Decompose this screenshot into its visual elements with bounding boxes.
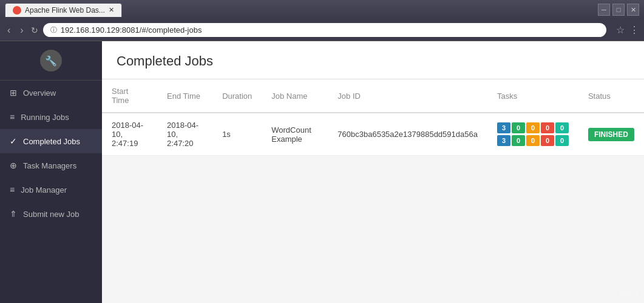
col-header-duration: Duration	[212, 79, 262, 113]
back-button[interactable]: ‹	[5, 24, 13, 37]
sidebar-item-label-running-jobs: Running Jobs	[21, 113, 69, 122]
tab-bar: Apache Flink Web Das... ✕	[5, 3, 593, 17]
table-header-row: Start Time End Time Duration Job Name Jo…	[102, 79, 644, 113]
url-bar[interactable]: ⓘ 192.168.190.129:8081/#/completed-jobs	[43, 23, 606, 37]
cell-start-time: 2018-04-10, 2:47:19	[102, 113, 157, 156]
badge-yellow-1: 0	[526, 122, 540, 133]
submit-job-icon: ⇑	[10, 209, 17, 219]
lock-icon: ⓘ	[50, 25, 57, 35]
col-header-start-time: Start Time	[102, 79, 157, 113]
sidebar-logo: 🔧	[0, 41, 102, 81]
badge-green-1: 0	[512, 122, 525, 133]
page-title: Completed Jobs	[117, 53, 629, 69]
cell-tasks: 3 0 0 0 0 3 0 0 0	[487, 113, 578, 156]
badge-yellow-2: 0	[526, 135, 540, 146]
close-button[interactable]: ✕	[627, 4, 639, 16]
cell-job-id: 760bc3ba6535a2e1379885dd591da56a	[328, 113, 487, 156]
sidebar-item-overview[interactable]: ⊞ Overview	[0, 81, 102, 105]
completed-jobs-icon: ✓	[10, 136, 17, 146]
maximize-button[interactable]: □	[612, 4, 625, 16]
main-content: Completed Jobs Start Time End Time Durat…	[102, 41, 644, 303]
logo-icon: 🔧	[45, 55, 57, 67]
col-header-tasks: Tasks	[487, 79, 578, 113]
sidebar-item-label-job-manager: Job Manager	[21, 185, 67, 195]
badge-blue-1: 3	[497, 122, 510, 133]
task-managers-icon: ⊕	[10, 161, 17, 170]
badge-red-1: 0	[541, 122, 554, 133]
badge-green-2: 0	[512, 135, 525, 146]
badge-teal-2: 0	[555, 135, 569, 146]
address-bar: ‹ › ↻ ⓘ 192.168.190.129:8081/#/completed…	[0, 19, 644, 41]
table-row[interactable]: 2018-04-10, 2:47:19 2018-04-10, 2:47:20 …	[102, 113, 644, 156]
app-body: 🔧 ⊞ Overview ≡ Running Jobs ✓ Completed …	[0, 41, 644, 303]
running-jobs-icon: ≡	[10, 112, 15, 122]
col-header-status: Status	[578, 79, 644, 113]
badge-teal-1: 0	[555, 122, 569, 133]
task-badge-row-1: 3 0 0 0 0	[497, 122, 569, 133]
sidebar-item-completed-jobs[interactable]: ✓ Completed Jobs	[0, 129, 102, 153]
watermark: 亿速云	[619, 289, 639, 298]
app-logo: 🔧	[40, 50, 62, 72]
jobs-table-container: Start Time End Time Duration Job Name Jo…	[102, 79, 644, 156]
sidebar-item-job-manager[interactable]: ≡ Job Manager	[0, 178, 102, 202]
cell-duration: 1s	[212, 113, 262, 156]
cell-job-name: WordCount Example	[262, 113, 328, 156]
cell-status: FINISHED	[578, 113, 644, 156]
sidebar-item-submit-job[interactable]: ⇑ Submit new Job	[0, 202, 102, 226]
flink-favicon	[13, 6, 21, 15]
badge-blue-2: 3	[497, 135, 510, 146]
bookmark-icon[interactable]: ☆	[616, 24, 625, 36]
col-header-job-id: Job ID	[328, 79, 487, 113]
url-text: 192.168.190.129:8081/#/completed-jobs	[61, 25, 202, 35]
badge-red-2: 0	[541, 135, 554, 146]
page-header: Completed Jobs	[102, 41, 644, 79]
cell-end-time: 2018-04-10, 2:47:20	[157, 113, 212, 156]
sidebar-item-label-completed-jobs: Completed Jobs	[23, 137, 80, 146]
active-tab[interactable]: Apache Flink Web Das... ✕	[5, 3, 122, 17]
sidebar: 🔧 ⊞ Overview ≡ Running Jobs ✓ Completed …	[0, 41, 102, 303]
sidebar-item-label-task-managers: Task Managers	[23, 161, 76, 170]
browser-titlebar: Apache Flink Web Das... ✕ ─ □ ✕	[0, 0, 644, 19]
sidebar-item-running-jobs[interactable]: ≡ Running Jobs	[0, 105, 102, 129]
menu-icon[interactable]: ⋮	[629, 24, 639, 36]
tab-title: Apache Flink Web Das...	[25, 6, 105, 15]
task-badges: 3 0 0 0 0 3 0 0 0	[497, 122, 569, 146]
task-badge-row-2: 3 0 0 0 0	[497, 135, 569, 146]
minimize-button[interactable]: ─	[598, 4, 610, 16]
sidebar-nav: ⊞ Overview ≡ Running Jobs ✓ Completed Jo…	[0, 81, 102, 303]
sidebar-item-label-overview: Overview	[23, 88, 56, 98]
overview-icon: ⊞	[10, 88, 17, 98]
completed-jobs-table: Start Time End Time Duration Job Name Jo…	[102, 79, 644, 156]
sidebar-item-label-submit-job: Submit new Job	[23, 210, 80, 219]
window-controls: ─ □ ✕	[598, 4, 639, 16]
status-badge: FINISHED	[588, 128, 634, 141]
sidebar-item-task-managers[interactable]: ⊕ Task Managers	[0, 153, 102, 178]
tab-close-icon[interactable]: ✕	[109, 6, 114, 14]
col-header-end-time: End Time	[157, 79, 212, 113]
col-header-job-name: Job Name	[262, 79, 328, 113]
forward-button[interactable]: ›	[18, 24, 25, 37]
refresh-button[interactable]: ↻	[31, 25, 38, 35]
job-manager-icon: ≡	[10, 185, 15, 195]
